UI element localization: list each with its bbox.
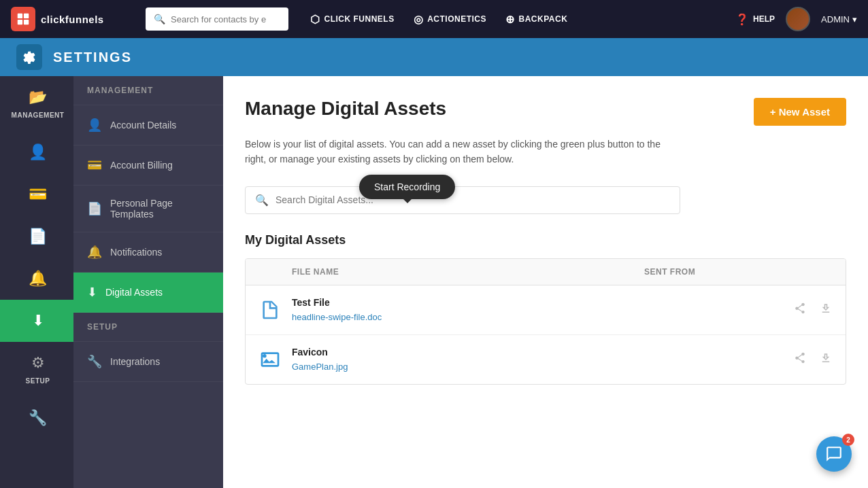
chat-bubble[interactable]: 2 <box>816 436 852 472</box>
user-icon: 👤 <box>29 143 47 161</box>
clickfunnels-label: CLICK FUNNELS <box>324 14 395 24</box>
sidebar-section-management: MANAGEMENT <box>73 76 223 105</box>
icon-sidebar: 📂 MANAGEMENT 👤 💳 📄 🔔 ⬇ ⚙ SETUP 🔧 <box>0 76 73 488</box>
asset-info: Test File headline-swipe-file.doc <box>292 297 644 323</box>
table-row: Test File headline-swipe-file.doc <box>246 285 846 335</box>
actionetics-label: ACTIONETICS <box>427 14 486 24</box>
folder-icon: 📂 <box>29 88 47 106</box>
sidebar-integrations[interactable]: 🔧 Integrations <box>73 342 223 382</box>
bell-icon: 🔔 <box>29 270 47 287</box>
sidebar-item-billing[interactable]: 💳 <box>0 173 73 215</box>
nav-link-actionetics[interactable]: ◎ ACTIONETICS <box>405 9 495 30</box>
nav-link-backpack[interactable]: ⊕ BACKPACK <box>497 9 575 30</box>
main-content: Manage Digital Assets + New Asset Below … <box>223 76 868 488</box>
sidebar-account-billing[interactable]: 💳 Account Billing <box>73 145 223 186</box>
asset-share-button-2[interactable] <box>791 349 809 370</box>
table-header: FILE NAME SENT FROM <box>246 259 846 285</box>
top-nav: clickfunnels 🔍 ⬡ CLICK FUNNELS ◎ ACTIONE… <box>0 0 868 38</box>
col-filename-header: FILE NAME <box>256 267 644 277</box>
download-icon: ⬇ <box>87 285 97 300</box>
search-assets[interactable]: 🔍 <box>245 186 680 214</box>
svg-rect-1 <box>24 14 29 18</box>
avatar[interactable] <box>786 7 810 31</box>
clickfunnels-icon: ⬡ <box>310 13 320 26</box>
asset-download-button[interactable] <box>817 300 835 320</box>
asset-info: Favicon GamePlan.jpg <box>292 347 644 372</box>
search-icon: 🔍 <box>154 14 165 24</box>
new-asset-button[interactable]: + New Asset <box>754 98 846 126</box>
asset-share-button[interactable] <box>791 300 809 320</box>
logo-text: clickfunnels <box>41 14 104 25</box>
nav-link-clickfunnels[interactable]: ⬡ CLICK FUNNELS <box>302 9 403 30</box>
col-sent-header: SENT FROM <box>644 267 780 277</box>
settings-gear-icon <box>16 44 42 70</box>
sidebar-item-setup[interactable]: ⚙ SETUP <box>0 342 73 397</box>
sidebar-section-setup: SETUP <box>73 313 223 342</box>
bell-icon: 🔔 <box>87 245 102 260</box>
user-icon: 👤 <box>87 118 102 133</box>
asset-image-icon <box>256 346 284 373</box>
settings-header: SETTINGS <box>0 38 868 76</box>
help-button[interactable]: ❓ HELP <box>735 13 775 26</box>
asset-actions <box>780 300 835 320</box>
sidebar-digital-assets[interactable]: ⬇ Digital Assets <box>73 273 223 313</box>
settings-title: SETTINGS <box>53 50 132 65</box>
asset-actions-2 <box>780 349 835 370</box>
sidebar-item-label: MANAGEMENT <box>12 111 65 119</box>
chevron-down-icon: ▾ <box>852 14 857 24</box>
wrench-icon: 🔧 <box>87 354 102 369</box>
admin-button[interactable]: ADMIN ▾ <box>821 14 857 24</box>
asset-name: Test File <box>292 297 644 308</box>
wrench-icon: 🔧 <box>29 409 47 427</box>
backpack-icon: ⊕ <box>505 13 515 26</box>
help-icon: ❓ <box>735 13 749 26</box>
asset-download-button-2[interactable] <box>817 349 835 370</box>
sidebar-item-templates[interactable]: 📄 <box>0 215 73 258</box>
sidebar-item-notifications[interactable]: 🔔 <box>0 258 73 300</box>
card-icon: 💳 <box>29 186 47 203</box>
assets-table: FILE NAME SENT FROM Test File headline-s… <box>245 258 846 385</box>
page-icon: 📄 <box>87 201 102 216</box>
search-input[interactable] <box>171 14 280 24</box>
nav-right: ❓ HELP ADMIN ▾ <box>735 7 857 31</box>
logo-icon <box>11 7 35 31</box>
sidebar-item-management[interactable]: 📂 MANAGEMENT <box>0 76 73 131</box>
backpack-label: BACKPACK <box>519 14 568 24</box>
chat-badge: 2 <box>842 434 854 446</box>
search-assets-input[interactable] <box>276 194 670 205</box>
main-layout: 📂 MANAGEMENT 👤 💳 📄 🔔 ⬇ ⚙ SETUP 🔧 MANAGEM… <box>0 76 868 488</box>
page-title: Manage Digital Assets <box>245 98 446 120</box>
page-description: Below is your list of digital assets. Yo… <box>245 137 667 167</box>
svg-rect-3 <box>24 20 29 24</box>
table-row: Favicon GamePlan.jpg <box>246 335 846 384</box>
download-icon: ⬇ <box>32 312 44 330</box>
sidebar-item-digital-assets[interactable]: ⬇ <box>0 300 73 342</box>
svg-rect-2 <box>18 20 22 24</box>
asset-link[interactable]: headline-swipe-file.doc <box>292 312 382 322</box>
asset-name: Favicon <box>292 347 644 358</box>
svg-rect-0 <box>18 14 22 18</box>
asset-link[interactable]: GamePlan.jpg <box>292 362 348 372</box>
content-sidebar: MANAGEMENT 👤 Account Details 💳 Account B… <box>73 76 223 488</box>
sidebar-item-account[interactable]: 👤 <box>0 131 73 173</box>
search-bar[interactable]: 🔍 <box>146 7 288 31</box>
sidebar-notifications[interactable]: 🔔 Notifications <box>73 232 223 273</box>
card-icon: 💳 <box>87 158 102 173</box>
nav-links: ⬡ CLICK FUNNELS ◎ ACTIONETICS ⊕ BACKPACK <box>302 9 575 30</box>
sidebar-item-integrations[interactable]: 🔧 <box>0 397 73 439</box>
gear-icon: ⚙ <box>31 354 45 372</box>
asset-doc-icon <box>256 296 284 324</box>
search-assets-icon: 🔍 <box>255 194 269 207</box>
setup-label: SETUP <box>26 377 50 385</box>
document-icon: 📄 <box>29 228 47 245</box>
sidebar-personal-templates[interactable]: 📄 Personal Page Templates <box>73 186 223 232</box>
actionetics-icon: ◎ <box>414 13 424 26</box>
section-title: My Digital Assets <box>245 233 846 247</box>
logo-area[interactable]: clickfunnels <box>11 7 140 31</box>
sidebar-account-details[interactable]: 👤 Account Details <box>73 105 223 145</box>
